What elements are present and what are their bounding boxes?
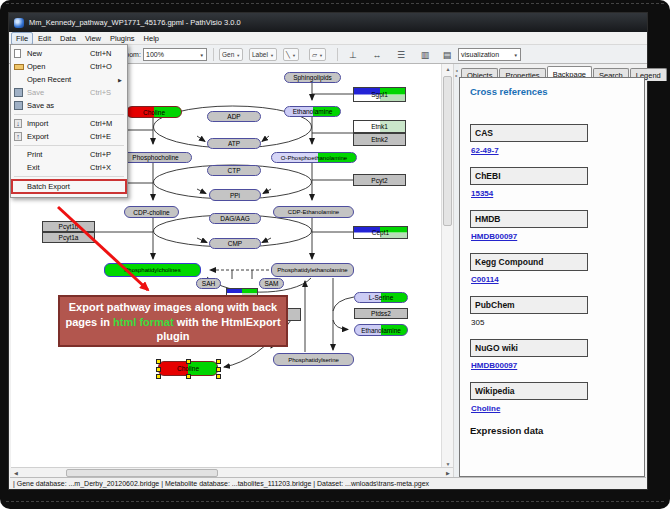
- selection-handle[interactable]: [216, 374, 221, 379]
- menu-item-shortcut: Ctrl+X: [90, 163, 118, 172]
- chevron-down-icon[interactable]: [197, 51, 204, 58]
- selection-handle[interactable]: [186, 374, 191, 379]
- xref-link[interactable]: C00114: [471, 275, 588, 284]
- node-etnk1[interactable]: Etnk1: [353, 120, 406, 133]
- menu-item-shortcut: Ctrl+M: [90, 119, 118, 128]
- window-title: Mm_Kennedy_pathway_WP1771_45176.gpml - P…: [29, 18, 241, 27]
- file-menu-item-open-recent[interactable]: Open Recent▶: [11, 73, 127, 86]
- node-adp[interactable]: ADP: [207, 111, 261, 122]
- node-cdp-choline[interactable]: CDP-choline: [124, 206, 179, 218]
- node-pcyt2[interactable]: Pcyt2: [353, 174, 406, 186]
- selection-handle[interactable]: [216, 359, 221, 364]
- node-label: CDP-Ethanolamine: [288, 209, 339, 215]
- file-menu-item-batch-export[interactable]: Batch Export: [11, 179, 127, 194]
- chevron-down-icon[interactable]: [290, 51, 296, 58]
- chevron-down-icon[interactable]: [234, 51, 240, 58]
- node-label: SAH: [202, 280, 215, 287]
- toolbar-separator: [337, 48, 338, 61]
- node-phosphocholine[interactable]: Phosphocholine: [119, 152, 192, 163]
- horizontal-scroll-thumb[interactable]: [66, 469, 218, 477]
- backpage-panel[interactable]: Cross references CAS62-49-7ChEBI15354HMD…: [459, 77, 645, 477]
- node-pcyt1a[interactable]: Pcyt1a: [42, 232, 95, 243]
- node-cept1[interactable]: Cept1: [353, 226, 408, 239]
- visualization-combobox[interactable]: visualization: [458, 48, 521, 61]
- file-menu-item-open[interactable]: OpenCtrl+O: [11, 60, 127, 73]
- node-ethanolamine-top[interactable]: Ethanolamine: [284, 106, 341, 117]
- xref-section-nugo-wiki: NuGO wikiHMDB00097: [470, 339, 588, 370]
- xref-section-pubchem: PubChem305: [470, 296, 588, 327]
- menu-item-label: Import: [27, 119, 90, 128]
- stack-columns-icon[interactable]: ▥: [417, 49, 433, 61]
- menu-view[interactable]: View: [81, 33, 105, 44]
- menu-file[interactable]: File: [11, 32, 33, 45]
- node-choline-selected[interactable]: Choline: [158, 361, 218, 376]
- node-l-serine[interactable]: L-Serine: [354, 292, 408, 303]
- title-bar[interactable]: Mm_Kennedy_pathway_WP1771_45176.gpml - P…: [9, 13, 647, 32]
- file-menu-item-save[interactable]: SaveCtrl+S: [11, 86, 127, 99]
- menu-data[interactable]: Data: [56, 33, 80, 44]
- chevron-down-icon[interactable]: [511, 51, 518, 58]
- node-ctp[interactable]: CTP: [207, 165, 261, 176]
- file-menu-item-import[interactable]: ↓ImportCtrl+M: [11, 117, 127, 130]
- shape-tool-button[interactable]: ▱: [309, 48, 326, 61]
- layout-icon[interactable]: ▤: [439, 49, 455, 61]
- xref-link[interactable]: HMDB00097: [471, 361, 588, 370]
- xref-section-hmdb: HMDBHMDB00097: [470, 210, 588, 241]
- selection-handle[interactable]: [156, 367, 161, 372]
- file-menu-item-new[interactable]: NewCtrl+N: [11, 47, 127, 60]
- menu-item-label: Open Recent: [27, 75, 90, 84]
- node-etnk2[interactable]: Etnk2: [353, 133, 406, 146]
- menu-item-label: Save as: [27, 101, 90, 110]
- file-menu-item-exit[interactable]: ExitCtrl+X: [11, 161, 127, 174]
- file-menu-item-export[interactable]: ↑ExportCtrl+E: [11, 130, 127, 143]
- node-phosphatidylethanolamine[interactable]: Phosphatidylethanolamine: [271, 263, 354, 277]
- label-button-label: Label: [252, 51, 268, 58]
- node-pcyt1b[interactable]: Pcyt1b: [42, 221, 95, 232]
- xref-link[interactable]: 15354: [471, 189, 588, 198]
- xref-section-chebi: ChEBI15354: [470, 167, 588, 198]
- node-phosphatidylcholines[interactable]: Phosphatidylcholines: [104, 263, 201, 277]
- xref-section-kegg-compound: Kegg CompoundC00114: [470, 253, 588, 284]
- menu-help[interactable]: Help: [140, 33, 163, 44]
- align-center-icon[interactable]: ⊥: [345, 49, 361, 61]
- vertical-scroll-thumb[interactable]: [443, 76, 452, 226]
- node-dag-aag[interactable]: DAG/AAG: [209, 213, 261, 224]
- node-ethanolamine-bottom[interactable]: Ethanolamine: [354, 324, 408, 336]
- xref-link[interactable]: HMDB00097: [471, 232, 588, 241]
- node-sgpl1[interactable]: Sgpl1: [353, 87, 406, 102]
- distribute-horizontal-icon[interactable]: ↔: [369, 49, 385, 61]
- node-label: DAG/AAG: [220, 215, 250, 222]
- line-tool-button[interactable]: ╲: [283, 48, 299, 61]
- xref-link[interactable]: 62-49-7: [471, 146, 588, 155]
- node-atp[interactable]: ATP: [207, 138, 261, 149]
- stack-rows-icon[interactable]: ☰: [393, 49, 409, 61]
- selection-handle[interactable]: [216, 367, 221, 372]
- zoom-combobox[interactable]: 100%: [143, 48, 207, 61]
- node-phosphatidylserine[interactable]: Phosphatidylserine: [273, 353, 354, 366]
- node-cdp-ethanolamine[interactable]: CDP-Ethanolamine: [273, 206, 354, 218]
- canvas-vertical-scrollbar[interactable]: ▲ ▼: [441, 64, 453, 469]
- node-sam[interactable]: SAM: [259, 278, 284, 289]
- selection-handle[interactable]: [186, 359, 191, 364]
- node-label: O-Phosphoethanolamine: [281, 155, 347, 161]
- node-sah[interactable]: SAH: [196, 278, 221, 289]
- annotation-text: with the HtmlExport plugin: [157, 316, 281, 343]
- node-sphingolipids[interactable]: Sphingolipids: [284, 72, 341, 83]
- file-menu-item-print[interactable]: PrintCtrl+P: [11, 148, 127, 161]
- file-menu-item-save-as[interactable]: Save as: [11, 99, 127, 112]
- node-cmp[interactable]: CMP: [209, 238, 261, 249]
- add-label-button[interactable]: Label: [249, 48, 277, 61]
- selection-handle[interactable]: [156, 359, 161, 364]
- selection-handle[interactable]: [156, 374, 161, 379]
- node-label: SAM: [264, 280, 278, 287]
- node-o-phosphoethanolamine[interactable]: O-Phosphoethanolamine: [271, 152, 357, 163]
- add-gene-button[interactable]: Gen: [219, 48, 243, 61]
- node-ppi[interactable]: PPi: [209, 189, 261, 201]
- chevron-down-icon[interactable]: [268, 51, 274, 58]
- node-ptdss2[interactable]: Ptdss2: [354, 308, 408, 319]
- menu-plugins[interactable]: Plugins: [106, 33, 139, 44]
- menu-edit[interactable]: Edit: [34, 33, 55, 44]
- chevron-down-icon[interactable]: [317, 51, 323, 58]
- node-choline-top[interactable]: Choline: [126, 106, 182, 118]
- xref-link[interactable]: Choline: [471, 404, 588, 413]
